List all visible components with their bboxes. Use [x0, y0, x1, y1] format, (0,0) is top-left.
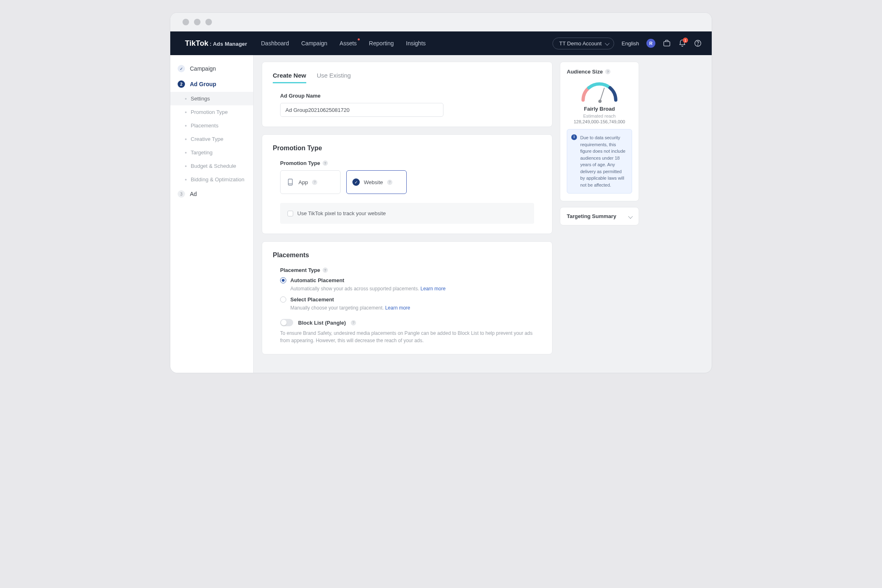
bullet-icon: [185, 138, 187, 140]
svg-rect-0: [664, 42, 670, 46]
radio-input[interactable]: [280, 277, 286, 283]
nav-assets[interactable]: Assets: [340, 40, 357, 47]
audience-sublabel: Estimated reach: [567, 114, 632, 118]
chevron-down-icon: [628, 214, 633, 218]
sidebar-item-promotion-type[interactable]: Promotion Type: [170, 105, 253, 119]
step-number: 3: [178, 190, 185, 198]
window-titlebar: [170, 13, 712, 31]
tab-use-existing[interactable]: Use Existing: [317, 72, 351, 83]
sidebar-item-bidding-optimization[interactable]: Bidding & Optimization: [170, 173, 253, 186]
brand-logo: TikTok : Ads Manager: [185, 39, 247, 48]
language-selector[interactable]: English: [621, 40, 639, 47]
info-icon: i: [571, 134, 577, 140]
bell-icon[interactable]: 1: [678, 39, 686, 47]
brand-name: TikTok: [185, 39, 209, 48]
targeting-summary-panel[interactable]: Targeting Summary: [560, 207, 639, 225]
sidebar-item-settings[interactable]: Settings: [170, 92, 253, 105]
nav-insights[interactable]: Insights: [406, 40, 425, 47]
radio-label: Select Placement: [290, 296, 334, 303]
nav-dashboard[interactable]: Dashboard: [261, 40, 289, 47]
option-app-label: App: [298, 179, 308, 185]
radio-select-placement: Select Placement Manually choose your ta…: [280, 296, 541, 311]
bullet-icon: [185, 111, 187, 113]
help-icon[interactable]: [694, 39, 702, 47]
tabs: Create New Use Existing: [273, 72, 541, 84]
step-label: Ad Group: [190, 81, 216, 87]
sidebar-item-placements[interactable]: Placements: [170, 119, 253, 132]
radio-input[interactable]: [280, 296, 286, 303]
sidebar-item-targeting[interactable]: Targeting: [170, 146, 253, 159]
block-list-label: Block List (Pangle): [298, 320, 346, 326]
audience-status: Fairly Broad: [567, 106, 632, 112]
main-content: Create New Use Existing Ad Group Name Pr…: [254, 55, 712, 373]
radio-automatic-placement: Automatic Placement Automatically show y…: [280, 277, 541, 292]
nav-reporting[interactable]: Reporting: [369, 40, 394, 47]
help-icon[interactable]: ?: [387, 180, 392, 185]
step-ad[interactable]: 3 Ad: [170, 186, 253, 202]
bullet-icon: [185, 125, 187, 127]
sidebar-item-budget-schedule[interactable]: Budget & Schedule: [170, 159, 253, 173]
radio-description: Automatically show your ads across suppo…: [290, 286, 541, 292]
step-adgroup[interactable]: 2 Ad Group: [170, 76, 253, 92]
nav-assets-label: Assets: [340, 40, 357, 47]
sidebar-item-creative-type[interactable]: Creative Type: [170, 132, 253, 146]
avatar[interactable]: R: [646, 39, 655, 48]
targeting-summary-label: Targeting Summary: [567, 213, 616, 219]
brand-suffix: : Ads Manager: [210, 41, 247, 47]
placement-type-label: Placement Type ?: [280, 267, 541, 273]
radio-automatic-row[interactable]: Automatic Placement: [280, 277, 541, 283]
svg-point-2: [698, 45, 698, 45]
pixel-checkbox[interactable]: [287, 211, 293, 216]
svg-rect-3: [288, 179, 292, 185]
help-icon[interactable]: ?: [605, 69, 610, 74]
radio-label: Automatic Placement: [290, 277, 344, 283]
right-column: Audience Size ? Fairly Broad Estimated r…: [560, 62, 639, 225]
help-icon[interactable]: ?: [351, 320, 356, 325]
nav-assets-alert-dot: [358, 38, 360, 40]
top-navbar: TikTok : Ads Manager Dashboard Campaign …: [170, 31, 712, 55]
tab-create-new[interactable]: Create New: [273, 72, 306, 83]
substep-label: Budget & Schedule: [191, 163, 236, 169]
check-icon: ✓: [178, 65, 185, 72]
account-selector[interactable]: TT Demo Account: [552, 38, 615, 49]
promotion-options: App ? ✓ Website ?: [280, 170, 541, 194]
app-icon: [286, 178, 294, 186]
substep-label: Promotion Type: [191, 109, 228, 115]
nav-campaign[interactable]: Campaign: [301, 40, 327, 47]
nav-items: Dashboard Campaign Assets Reporting Insi…: [261, 40, 425, 47]
option-app[interactable]: App ?: [280, 170, 341, 194]
window-dot: [205, 19, 212, 25]
learn-more-link[interactable]: Learn more: [421, 286, 445, 292]
account-name: TT Demo Account: [559, 40, 602, 47]
learn-more-link[interactable]: Learn more: [385, 305, 410, 311]
device-frame: TikTok : Ads Manager Dashboard Campaign …: [170, 12, 712, 373]
bullet-icon: [185, 98, 187, 100]
help-icon[interactable]: ?: [323, 267, 328, 273]
step-label: Campaign: [190, 65, 216, 72]
card-audience-size: Audience Size ? Fairly Broad Estimated r…: [560, 62, 639, 201]
block-list-row: Block List (Pangle) ?: [280, 319, 541, 326]
briefcase-icon[interactable]: [663, 39, 671, 47]
adgroup-name-input[interactable]: [280, 103, 443, 117]
substep-label: Targeting: [191, 149, 212, 156]
substep-label: Bidding & Optimization: [191, 176, 245, 183]
substep-label: Creative Type: [191, 136, 223, 142]
check-icon: ✓: [352, 178, 360, 186]
help-icon[interactable]: ?: [312, 180, 317, 185]
option-website[interactable]: ✓ Website ?: [346, 170, 407, 194]
audience-info-note: i Due to data security requirements, thi…: [567, 129, 632, 194]
notif-badge: 1: [683, 38, 688, 43]
radio-select-row[interactable]: Select Placement: [280, 296, 541, 303]
bullet-icon: [185, 152, 187, 154]
help-icon[interactable]: ?: [323, 160, 328, 166]
bullet-icon: [185, 165, 187, 167]
step-campaign[interactable]: ✓ Campaign: [170, 61, 253, 76]
window-dot: [183, 19, 189, 25]
card-promotion-type: Promotion Type Promotion Type ? App ?: [262, 134, 552, 234]
window-dot: [194, 19, 200, 25]
substep-label: Placements: [191, 122, 218, 129]
promotion-type-label: Promotion Type ?: [280, 160, 541, 166]
pixel-checkbox-row: Use TikTok pixel to track your website: [280, 203, 534, 224]
block-list-toggle[interactable]: [280, 319, 293, 326]
step-label: Ad: [190, 191, 197, 197]
